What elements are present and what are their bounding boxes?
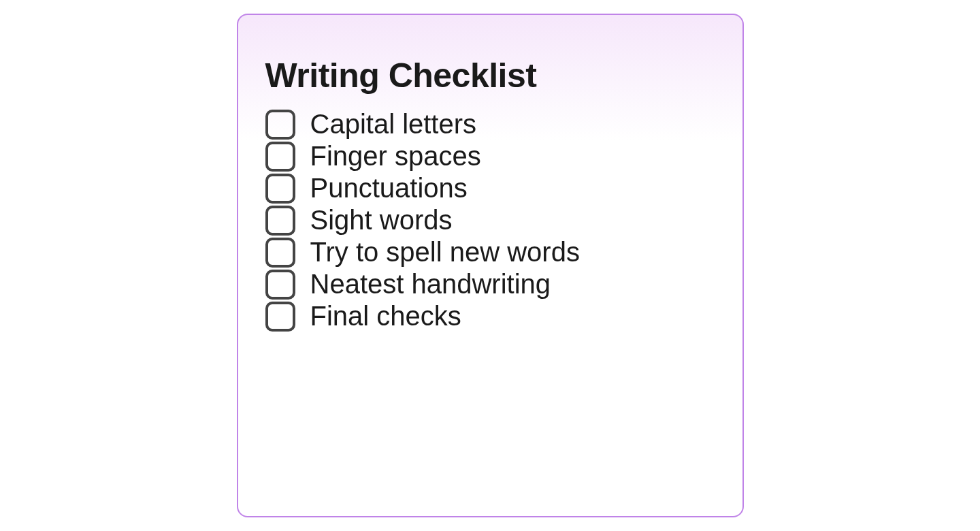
checklist-card: Writing Checklist Capital letters Finger… bbox=[237, 14, 744, 517]
list-item: Sight words bbox=[265, 205, 715, 236]
item-label: Finger spaces bbox=[310, 141, 481, 172]
checkbox[interactable] bbox=[265, 206, 295, 236]
list-item: Punctuations bbox=[265, 173, 715, 204]
item-label: Punctuations bbox=[310, 173, 468, 204]
item-label: Try to spell new words bbox=[310, 237, 580, 268]
card-title: Writing Checklist bbox=[265, 56, 715, 95]
checkbox[interactable] bbox=[265, 270, 295, 300]
item-label: Sight words bbox=[310, 205, 453, 236]
checkbox[interactable] bbox=[265, 238, 295, 268]
checkbox[interactable] bbox=[265, 142, 295, 172]
checkbox[interactable] bbox=[265, 302, 295, 332]
list-item: Final checks bbox=[265, 301, 715, 332]
list-item: Try to spell new words bbox=[265, 237, 715, 268]
item-label: Neatest handwriting bbox=[310, 269, 551, 300]
list-item: Neatest handwriting bbox=[265, 269, 715, 300]
checkbox[interactable] bbox=[265, 110, 295, 140]
checklist: Capital letters Finger spaces Punctuatio… bbox=[265, 109, 715, 332]
list-item: Capital letters bbox=[265, 109, 715, 140]
item-label: Capital letters bbox=[310, 109, 477, 140]
list-item: Finger spaces bbox=[265, 141, 715, 172]
item-label: Final checks bbox=[310, 301, 461, 332]
checkbox[interactable] bbox=[265, 174, 295, 204]
